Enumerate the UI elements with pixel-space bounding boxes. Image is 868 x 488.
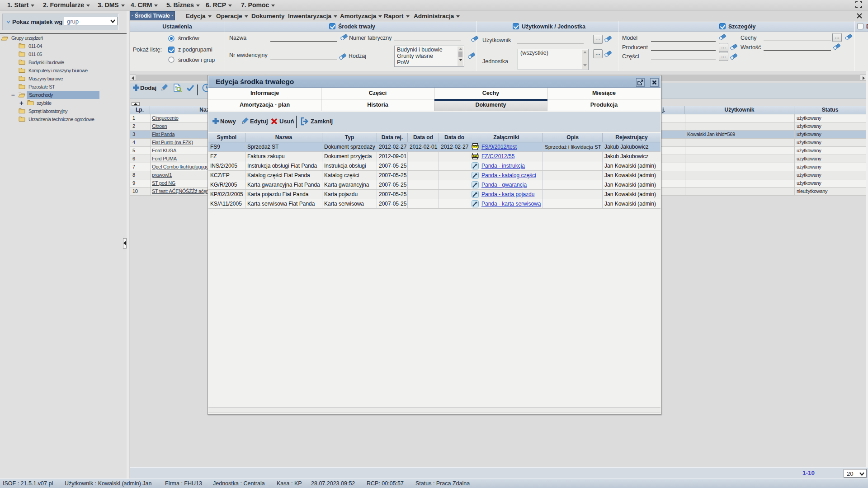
svg-text:ISOF: ISOF (473, 155, 478, 157)
svg-text:ISOF: ISOF (473, 145, 478, 148)
